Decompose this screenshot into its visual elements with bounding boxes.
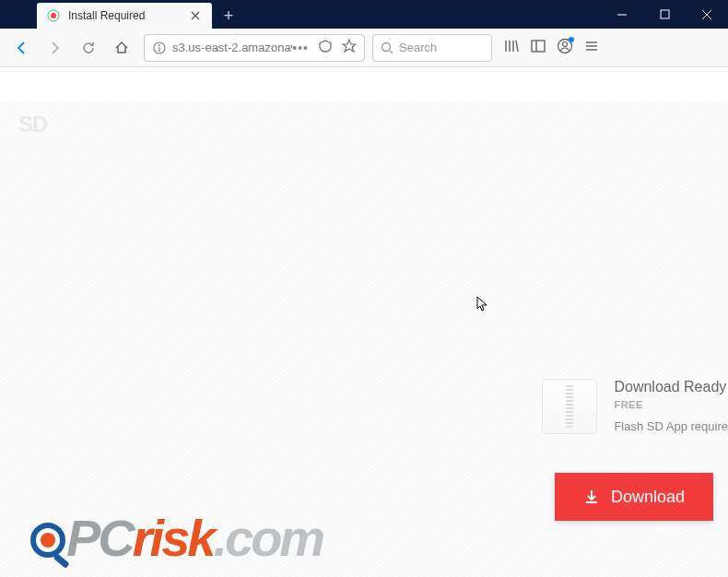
- zip-file-icon: [542, 379, 597, 434]
- watermark: PCrisk.com: [28, 508, 323, 568]
- info-icon[interactable]: [152, 41, 167, 55]
- magnifier-icon: [28, 520, 72, 564]
- account-icon[interactable]: [557, 38, 573, 58]
- search-placeholder: Search: [399, 41, 484, 54]
- back-button[interactable]: [7, 33, 37, 63]
- new-tab-button[interactable]: +: [216, 3, 241, 29]
- menu-button[interactable]: [584, 39, 599, 57]
- svg-rect-11: [53, 553, 70, 569]
- window-titlebar: Install Required +: [0, 0, 728, 29]
- svg-rect-6: [532, 41, 545, 52]
- browser-toolbar: s3.us-east-2.amazonaws.com/chrms2 ••• Se…: [0, 29, 728, 67]
- svg-point-4: [159, 44, 160, 46]
- reload-button[interactable]: [74, 33, 103, 63]
- watermark-risk: risk: [133, 509, 214, 567]
- svg-point-5: [382, 42, 391, 51]
- download-description: Flash SD App require: [614, 419, 728, 433]
- svg-rect-2: [661, 10, 669, 18]
- address-bar[interactable]: s3.us-east-2.amazonaws.com/chrms2 •••: [144, 34, 365, 62]
- url-text: s3.us-east-2.amazonaws.com/chrms2: [172, 41, 292, 54]
- forward-button[interactable]: [41, 33, 70, 63]
- svg-point-10: [41, 533, 55, 548]
- svg-point-8: [563, 41, 568, 46]
- reader-icon[interactable]: [318, 39, 333, 57]
- download-card: Download Ready FREE Flash SD App require: [542, 379, 728, 434]
- page-content: SD Download Ready FREE Flash SD App requ…: [0, 67, 728, 577]
- home-button[interactable]: [107, 33, 136, 63]
- window-controls: [601, 0, 728, 29]
- tab-close-button[interactable]: [188, 8, 203, 23]
- download-button[interactable]: Download: [555, 473, 713, 521]
- sd-logo: SD: [18, 112, 47, 137]
- download-title: Download Ready: [614, 379, 728, 395]
- tab-favicon: [46, 8, 61, 23]
- minimize-button[interactable]: [601, 0, 643, 29]
- maximize-button[interactable]: [643, 0, 686, 29]
- svg-point-1: [51, 13, 56, 18]
- download-arrow-icon: [583, 489, 600, 505]
- watermark-com: .com: [213, 509, 323, 567]
- download-button-label: Download: [611, 488, 685, 507]
- page-actions-icon[interactable]: •••: [292, 41, 309, 55]
- sidebar-icon[interactable]: [531, 39, 546, 57]
- search-bar[interactable]: Search: [372, 34, 492, 62]
- close-window-button[interactable]: [686, 0, 728, 29]
- library-icon[interactable]: [503, 38, 520, 58]
- search-icon: [381, 41, 393, 54]
- download-free-label: FREE: [614, 399, 728, 410]
- watermark-c: C: [98, 509, 132, 567]
- content-top-bar: [0, 67, 728, 102]
- browser-tab[interactable]: Install Required: [37, 3, 212, 29]
- bookmark-star-icon[interactable]: [342, 39, 357, 57]
- tab-title: Install Required: [68, 9, 188, 22]
